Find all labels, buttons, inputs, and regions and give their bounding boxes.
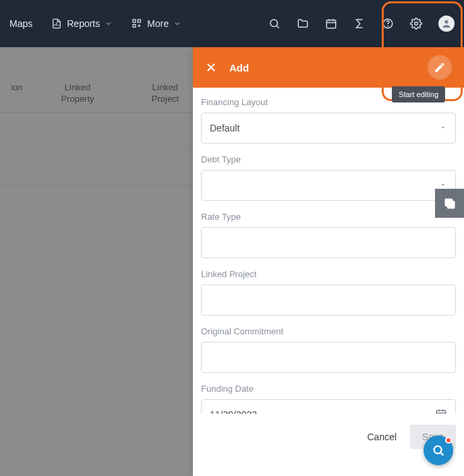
svg-line-6 [277,26,279,28]
close-icon[interactable] [205,61,217,73]
report-icon [51,18,62,29]
panel-header: Add [193,47,464,88]
chevron-down-icon [105,20,113,28]
notification-dot [445,437,452,444]
copy-stack-icon [443,197,457,210]
label-original-commitment: Original Commitment [201,326,456,336]
svg-point-14 [444,20,448,24]
folder-icon[interactable] [297,18,309,30]
chat-search-icon [431,443,446,458]
pencil-icon [434,61,446,73]
tooltip-start-editing: Start editing [392,86,445,102]
input-original-commitment[interactable] [201,342,456,373]
avatar[interactable] [438,16,455,32]
calendar-icon[interactable] [325,18,337,30]
nav-more-label: More [147,18,169,29]
sigma-icon[interactable] [353,18,366,30]
svg-point-5 [270,20,278,27]
chevron-down-icon [173,20,181,28]
svg-rect-17 [436,410,446,414]
cancel-button[interactable]: Cancel [367,432,397,442]
label-linked-project: Linked Project [201,269,456,279]
help-icon[interactable] [382,18,394,30]
field-financing-layout: Financing Layout Default [201,97,456,144]
chevron-down-icon [439,123,447,133]
svg-point-23 [434,446,442,454]
gear-icon[interactable] [410,18,422,30]
value-financing-layout: Default [210,123,239,133]
svg-point-12 [388,26,388,26]
svg-rect-2 [133,24,136,27]
chat-fab[interactable] [424,436,453,465]
label-debt-type: Debt Type [201,154,456,165]
svg-point-13 [415,22,418,26]
search-icon[interactable] [268,18,281,30]
label-rate-type: Rate Type [201,212,456,222]
svg-rect-22 [445,199,452,206]
add-panel: Add Financing Layout Default Debt Type [193,47,464,476]
svg-line-24 [440,452,443,455]
select-financing-layout[interactable]: Default [201,113,456,144]
select-debt-type[interactable] [201,170,456,201]
field-rate-type: Rate Type [201,212,456,258]
nav-maps[interactable]: Maps [9,18,32,29]
side-tab-button[interactable] [435,189,464,218]
edit-button[interactable] [428,55,452,80]
field-linked-project: Linked Project [201,269,456,316]
nav-more[interactable]: More [132,18,181,29]
topbar-left: Maps Reports More [9,18,181,29]
grid-plus-icon [132,18,142,29]
panel-footer: Cancel Save [193,414,464,476]
input-linked-project[interactable] [201,285,456,316]
value-funding-date: 11/29/2023 [210,409,257,414]
svg-rect-1 [138,20,141,22]
calendar-icon [435,408,447,415]
panel-body: Financing Layout Default Debt Type Rate … [193,88,464,414]
nav-maps-label: Maps [9,18,32,29]
panel-title: Add [229,62,249,73]
input-rate-type[interactable] [201,227,456,258]
svg-rect-0 [133,20,136,22]
input-funding-date[interactable]: 11/29/2023 [201,399,456,414]
topbar-right [268,16,455,32]
topbar: Maps Reports More [0,0,464,47]
field-funding-date: Funding Date 11/29/2023 [201,384,456,414]
nav-reports[interactable]: Reports [51,18,113,29]
field-debt-type: Debt Type [201,154,456,201]
nav-reports-label: Reports [67,18,100,29]
label-funding-date: Funding Date [201,384,456,394]
field-original-commitment: Original Commitment [201,326,456,373]
svg-rect-7 [326,20,336,28]
